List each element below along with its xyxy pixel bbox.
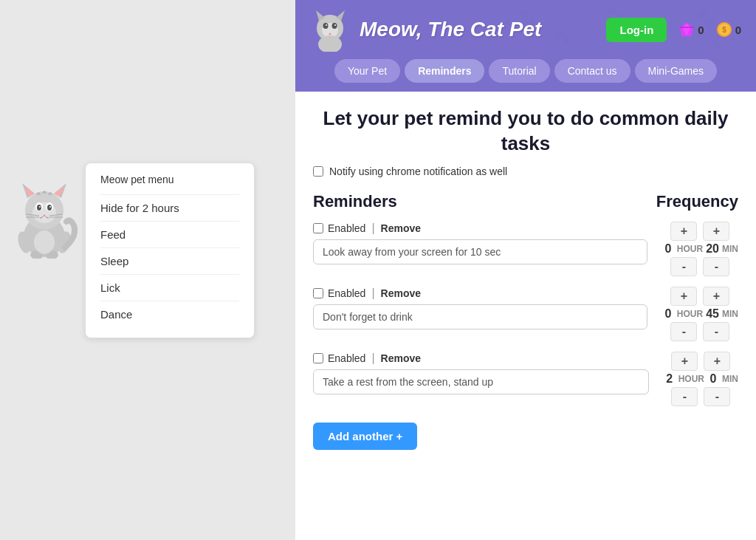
freq-1-hour-minus[interactable]: - bbox=[670, 257, 697, 276]
freq-2-minus-row: - - bbox=[670, 322, 729, 341]
freq-2-hour-minus[interactable]: - bbox=[670, 322, 697, 341]
freq-2-min-plus[interactable]: + bbox=[703, 287, 729, 306]
freq-3-min-plus[interactable]: + bbox=[704, 352, 730, 371]
reminder-left-2: Enabled | Remove bbox=[313, 287, 647, 329]
freq-2-plus-row: + + bbox=[670, 287, 729, 306]
freq-3-minus-row: - - bbox=[671, 387, 730, 406]
freq-2-value-row: 0 HOUR 45 MIN bbox=[662, 307, 738, 321]
freq-1-hour-val: 0 bbox=[662, 242, 674, 256]
gem-icon bbox=[678, 21, 695, 38]
reminder-2-checkbox[interactable] bbox=[313, 288, 323, 298]
freq-1-min-label: MIN bbox=[722, 244, 738, 254]
gem-currency: 0 bbox=[678, 21, 704, 38]
menu-item-sleep[interactable]: Sleep bbox=[100, 247, 239, 274]
separator-3: | bbox=[371, 352, 374, 365]
tab-tutorial[interactable]: Tutorial bbox=[489, 59, 549, 83]
reminders-title: Reminders bbox=[313, 192, 397, 211]
coin-count: 0 bbox=[735, 24, 741, 36]
reminder-2-enabled-label: Enabled bbox=[328, 287, 365, 299]
freq-2-min-val: 45 bbox=[706, 307, 719, 321]
tab-your-pet[interactable]: Your Pet bbox=[334, 59, 400, 83]
menu-item-feed[interactable]: Feed bbox=[100, 221, 239, 247]
freq-3-value-row: 2 HOUR 0 MIN bbox=[664, 372, 738, 386]
reminder-row-2: Enabled | Remove + + 0 HOUR 45 MIN bbox=[313, 287, 738, 341]
app-content: Let your pet remind you to do common dai… bbox=[295, 92, 756, 540]
separator-1: | bbox=[371, 222, 374, 235]
coin-currency: $ 0 bbox=[716, 21, 741, 38]
pet-menu-panel: Meow pet menu Hide for 2 hours Feed Slee… bbox=[11, 163, 292, 338]
reminder-3-remove-btn[interactable]: Remove bbox=[381, 352, 421, 364]
reminder-2-input[interactable] bbox=[313, 304, 647, 329]
svg-point-33 bbox=[323, 23, 329, 29]
notify-label: Notify using chrome notification as well bbox=[329, 165, 507, 177]
freq-1-min-plus[interactable]: + bbox=[703, 222, 729, 241]
freq-grid-1: + + 0 HOUR 20 MIN - - bbox=[662, 222, 738, 276]
tab-mini-games[interactable]: Mini-Games bbox=[635, 59, 717, 83]
tab-contact-us[interactable]: Contact us bbox=[554, 59, 630, 83]
freq-1-min-val: 20 bbox=[706, 242, 719, 256]
reminder-1-enabled-label: Enabled bbox=[328, 222, 365, 234]
svg-point-12 bbox=[49, 206, 51, 208]
gem-count: 0 bbox=[698, 24, 704, 36]
app-nav: Your Pet Reminders Tutorial Contact us M… bbox=[295, 59, 756, 92]
svg-text:$: $ bbox=[722, 26, 726, 34]
freq-2-min-label: MIN bbox=[722, 309, 738, 319]
freq-3-plus-row: + + bbox=[671, 352, 730, 371]
freq-2-hour-plus[interactable]: + bbox=[670, 287, 697, 306]
freq-1-minus-row: - - bbox=[670, 257, 729, 276]
page-heading: Let your pet remind you to do common dai… bbox=[313, 106, 738, 157]
freq-3-hour-label: HOUR bbox=[678, 374, 704, 384]
menu-item-hide[interactable]: Hide for 2 hours bbox=[100, 194, 239, 221]
add-another-button[interactable]: Add another + bbox=[313, 423, 417, 450]
reminder-1-remove-btn[interactable]: Remove bbox=[381, 222, 421, 234]
separator-2: | bbox=[371, 287, 374, 300]
header-right: Log-in 0 $ 0 bbox=[606, 18, 741, 42]
svg-text:🐾: 🐾 bbox=[555, 30, 571, 44]
freq-3-min-val: 0 bbox=[707, 372, 719, 386]
app-header: 🐾 🐾 🐾 🐾 🐾 🐾 Meow, The Cat Pet bbox=[295, 0, 756, 59]
reminder-3-input[interactable] bbox=[313, 369, 649, 394]
tab-reminders[interactable]: Reminders bbox=[405, 59, 484, 83]
enabled-row-3: Enabled | Remove bbox=[313, 352, 649, 365]
freq-2-min-minus[interactable]: - bbox=[703, 322, 729, 341]
enabled-row-2: Enabled | Remove bbox=[313, 287, 647, 300]
svg-point-22 bbox=[34, 230, 55, 254]
svg-point-36 bbox=[334, 24, 336, 26]
reminder-3-enabled-label: Enabled bbox=[328, 352, 365, 364]
reminder-2-remove-btn[interactable]: Remove bbox=[381, 287, 421, 299]
freq-3-min-label: MIN bbox=[722, 374, 738, 384]
cat-avatar bbox=[11, 177, 78, 259]
freq-grid-2: + + 0 HOUR 45 MIN - - bbox=[662, 287, 738, 341]
freq-3-hour-minus[interactable]: - bbox=[671, 387, 698, 406]
coin-icon: $ bbox=[716, 21, 732, 38]
svg-point-35 bbox=[326, 24, 327, 26]
reminder-1-checkbox[interactable] bbox=[313, 223, 323, 233]
freq-1-plus-row: + + bbox=[670, 222, 729, 241]
cat-icon bbox=[11, 177, 78, 259]
freq-1-hour-plus[interactable]: + bbox=[670, 222, 697, 241]
notify-checkbox[interactable] bbox=[313, 166, 323, 177]
notify-row: Notify using chrome notification as well bbox=[313, 165, 738, 177]
freq-1-min-minus[interactable]: - bbox=[703, 257, 729, 276]
freq-3-min-minus[interactable]: - bbox=[704, 387, 730, 406]
enabled-row-1: Enabled | Remove bbox=[313, 222, 647, 235]
menu-item-lick[interactable]: Lick bbox=[100, 274, 239, 301]
pet-menu-card: Meow pet menu Hide for 2 hours Feed Slee… bbox=[85, 163, 255, 338]
reminder-row-1: Enabled | Remove + + 0 HOUR 20 MIN bbox=[313, 222, 738, 276]
frequency-title: Frequency bbox=[656, 192, 738, 211]
main-app: 🐾 🐾 🐾 🐾 🐾 🐾 Meow, The Cat Pet bbox=[295, 0, 756, 540]
freq-grid-3: + + 2 HOUR 0 MIN - - bbox=[664, 352, 738, 406]
freq-2-hour-val: 0 bbox=[662, 307, 674, 321]
freq-3-hour-plus[interactable]: + bbox=[671, 352, 698, 371]
reminder-left-1: Enabled | Remove bbox=[313, 222, 647, 264]
svg-point-34 bbox=[332, 23, 337, 29]
login-button[interactable]: Log-in bbox=[606, 18, 667, 42]
svg-point-11 bbox=[39, 206, 41, 208]
svg-point-9 bbox=[37, 205, 41, 211]
header-cat-icon bbox=[310, 7, 351, 52]
header-left: Meow, The Cat Pet bbox=[310, 7, 541, 52]
reminder-1-input[interactable] bbox=[313, 239, 647, 264]
menu-item-dance[interactable]: Dance bbox=[100, 301, 239, 327]
reminder-3-checkbox[interactable] bbox=[313, 353, 323, 363]
reminder-left-3: Enabled | Remove bbox=[313, 352, 649, 394]
